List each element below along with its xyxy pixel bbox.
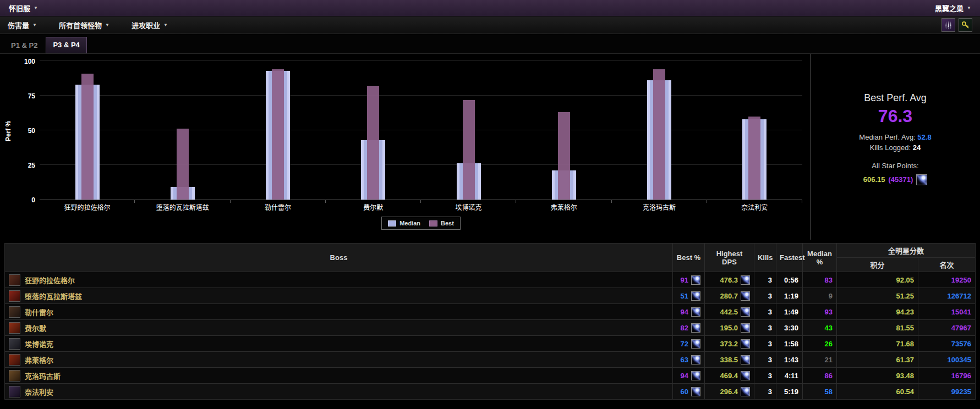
allstar-rank-value[interactable]: 15041 — [951, 308, 971, 316]
boss-link[interactable]: 狂野的拉佐格尔 — [25, 275, 75, 285]
boss-icon — [9, 370, 20, 382]
col-header-allstar: 全明星分数 — [836, 244, 975, 258]
tab-p1-p2[interactable]: P1 & P2 — [4, 38, 44, 53]
best-percent-value[interactable]: 60 — [681, 388, 688, 396]
boss-filter-menu[interactable]: 所有首领怪物 ▼ — [59, 20, 110, 30]
bar-group — [326, 62, 421, 200]
best-bar[interactable] — [272, 69, 284, 200]
comet-icon[interactable] — [691, 323, 700, 333]
highest-dps-value[interactable]: 280.7 — [720, 292, 738, 300]
allstar-rank-value[interactable]: 99235 — [951, 388, 971, 396]
all-star-comet-icon[interactable] — [916, 174, 927, 185]
boss-link[interactable]: 埃博诺克 — [25, 339, 53, 349]
allstar-rank-value[interactable]: 19250 — [951, 276, 971, 284]
highest-dps-value[interactable]: 476.3 — [720, 276, 738, 284]
bar-group — [516, 62, 611, 200]
comet-icon[interactable] — [741, 323, 750, 333]
key-icon[interactable] — [959, 18, 972, 32]
allstar-points-value: 61.37 — [896, 356, 914, 364]
comet-icon[interactable] — [691, 291, 700, 301]
boss-link[interactable]: 勒什雷尔 — [25, 307, 53, 317]
col-header-fastest[interactable]: Fastest — [776, 244, 802, 272]
comet-icon[interactable] — [691, 339, 700, 349]
col-header-kills[interactable]: Kills — [754, 244, 776, 272]
region-menu[interactable]: 怀旧服 ▼ — [9, 3, 38, 13]
comet-icon[interactable] — [741, 339, 750, 349]
best-bar[interactable] — [177, 129, 189, 200]
comet-icon[interactable] — [691, 387, 700, 396]
comet-icon[interactable] — [691, 275, 700, 285]
allstar-rank-value[interactable]: 73576 — [951, 340, 971, 348]
legend-row: MedianBest — [40, 217, 802, 230]
y-tick-label: 75 — [14, 92, 35, 100]
col-header-dps[interactable]: Highest DPS — [704, 244, 754, 272]
col-header-rank[interactable]: 名次 — [918, 258, 975, 272]
kills-logged-value: 24 — [913, 143, 921, 152]
boss-link[interactable]: 克洛玛古斯 — [25, 371, 61, 381]
best-bar[interactable] — [463, 100, 475, 200]
allstar-rank-value[interactable]: 100345 — [948, 356, 971, 364]
kills-value: 3 — [768, 308, 772, 316]
best-bar[interactable] — [748, 117, 760, 200]
boss-link[interactable]: 堕落的瓦拉斯塔兹 — [25, 291, 82, 301]
comet-icon[interactable] — [741, 291, 750, 301]
best-bar[interactable] — [367, 86, 379, 200]
allstar-rank-value[interactable]: 126712 — [948, 292, 971, 300]
all-star-points-value: 606.15 — [863, 175, 885, 184]
comet-icon[interactable] — [691, 355, 700, 364]
allstar-rank-value[interactable]: 47967 — [951, 324, 971, 332]
swords-icon[interactable] — [941, 18, 955, 32]
boss-filter-menu-label: 所有首领怪物 — [59, 20, 102, 30]
all-star-rank-value[interactable]: (45371) — [888, 175, 913, 184]
col-header-best[interactable]: Best % — [672, 244, 704, 272]
best-bar[interactable] — [558, 112, 570, 200]
boss-link[interactable]: 弗莱格尔 — [25, 355, 53, 365]
highest-dps-value[interactable]: 195.0 — [720, 324, 738, 332]
best-bar[interactable] — [653, 69, 665, 200]
boss-link[interactable]: 费尔默 — [25, 323, 46, 333]
boss-link[interactable]: 奈法利安 — [25, 386, 53, 397]
highest-dps-value[interactable]: 338.5 — [720, 356, 738, 364]
col-header-points[interactable]: 积分 — [836, 258, 918, 272]
legend-item[interactable]: Best — [429, 220, 454, 226]
role-filter-menu[interactable]: 进攻职业 ▼ — [132, 20, 168, 30]
region-menu-label: 怀旧服 — [9, 3, 30, 13]
raid-zone-menu[interactable]: 黑翼之巢 ▼ — [935, 3, 971, 13]
comet-icon[interactable] — [691, 371, 700, 380]
legend-item[interactable]: Median — [388, 220, 420, 226]
highest-dps-value[interactable]: 469.4 — [720, 372, 738, 380]
kills-value: 3 — [768, 292, 772, 300]
table-row: 奈法利安 60 296.4 3 5:19 58 60.54 99235 — [5, 384, 976, 400]
comet-icon[interactable] — [741, 355, 750, 364]
comet-icon[interactable] — [741, 275, 750, 285]
best-percent-value[interactable]: 51 — [681, 292, 688, 300]
plot-area — [40, 62, 802, 200]
comet-icon[interactable] — [741, 387, 750, 396]
highest-dps-value[interactable]: 373.2 — [720, 340, 738, 348]
best-percent-value[interactable]: 63 — [681, 356, 688, 364]
median-percent-value: 26 — [825, 340, 833, 348]
median-percent-value: 58 — [825, 388, 833, 396]
metric-menu[interactable]: 伤害量 ▼ — [8, 20, 37, 30]
median-percent-value: 86 — [825, 372, 833, 380]
tab-p3-p4[interactable]: P3 & P4 — [46, 37, 86, 53]
best-percent-value[interactable]: 94 — [681, 372, 688, 380]
best-percent-value[interactable]: 72 — [681, 340, 688, 348]
allstar-rank-value[interactable]: 16796 — [951, 372, 971, 380]
best-percent-value[interactable]: 91 — [681, 276, 688, 284]
bar-group — [135, 62, 230, 200]
highest-dps-value[interactable]: 296.4 — [720, 388, 738, 396]
bar-group — [40, 62, 135, 200]
fastest-value: 4:11 — [785, 372, 798, 380]
x-axis-label: 堕落的瓦拉斯塔兹 — [135, 202, 230, 212]
kills-value: 3 — [768, 356, 772, 364]
comet-icon[interactable] — [741, 371, 750, 380]
best-bar[interactable] — [81, 74, 94, 200]
comet-icon[interactable] — [691, 307, 700, 317]
best-percent-value[interactable]: 82 — [681, 324, 688, 332]
best-percent-value[interactable]: 94 — [681, 308, 688, 316]
comet-icon[interactable] — [741, 307, 750, 317]
highest-dps-value[interactable]: 442.5 — [720, 308, 738, 316]
col-header-median[interactable]: Median % — [802, 244, 836, 272]
col-header-boss[interactable]: Boss — [5, 244, 673, 272]
